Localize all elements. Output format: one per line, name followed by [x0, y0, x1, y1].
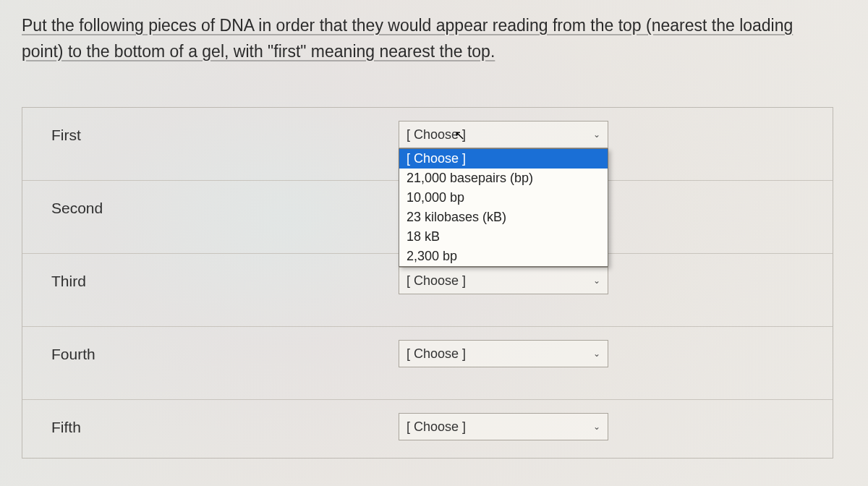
select-fifth[interactable]: [ Choose ] ⌄ — [399, 413, 608, 440]
select-wrap: [ Choose ] ⌄ ↖ [ Choose ] 21,000 basepai… — [399, 108, 833, 161]
match-row-fourth: Fourth [ Choose ] ⌄ — [22, 327, 833, 400]
option-choose[interactable]: [ Choose ] — [399, 149, 608, 169]
matching-question-block: First [ Choose ] ⌄ ↖ [ Choose ] 21,000 b… — [22, 107, 833, 459]
option-2300bp[interactable]: 2,300 bp — [399, 247, 608, 266]
row-label: First — [22, 108, 399, 180]
option-18kb[interactable]: 18 kB — [399, 227, 608, 247]
select-wrap: [ Choose ] ⌄ — [399, 400, 833, 453]
match-row-fifth: Fifth [ Choose ] ⌄ — [22, 400, 833, 458]
select-value: [ Choose ] — [407, 273, 466, 289]
select-wrap: [ Choose ] ⌄ — [399, 327, 833, 380]
row-label: Fifth — [22, 400, 399, 458]
chevron-down-icon: ⌄ — [593, 422, 600, 432]
select-first[interactable]: [ Choose ] ⌄ ↖ — [399, 121, 608, 148]
select-value: [ Choose ] — [407, 127, 466, 142]
match-row-first: First [ Choose ] ⌄ ↖ [ Choose ] 21,000 b… — [22, 108, 833, 181]
chevron-down-icon: ⌄ — [593, 129, 600, 140]
select-value: [ Choose ] — [407, 346, 466, 362]
question-prompt: Put the following pieces of DNA in order… — [22, 13, 825, 64]
option-21000bp[interactable]: 21,000 basepairs (bp) — [399, 169, 608, 188]
option-23kb[interactable]: 23 kilobases (kB) — [399, 208, 608, 227]
option-10000bp[interactable]: 10,000 bp — [399, 188, 608, 208]
select-value: [ Choose ] — [407, 419, 466, 435]
select-third[interactable]: [ Choose ] ⌄ — [399, 267, 608, 294]
chevron-down-icon: ⌄ — [593, 276, 600, 286]
select-fourth[interactable]: [ Choose ] ⌄ — [399, 340, 608, 367]
row-label: Second — [22, 181, 399, 253]
row-label: Fourth — [22, 327, 399, 399]
dropdown-options: [ Choose ] 21,000 basepairs (bp) 10,000 … — [399, 148, 608, 267]
row-label: Third — [22, 254, 399, 326]
chevron-down-icon: ⌄ — [593, 349, 600, 359]
